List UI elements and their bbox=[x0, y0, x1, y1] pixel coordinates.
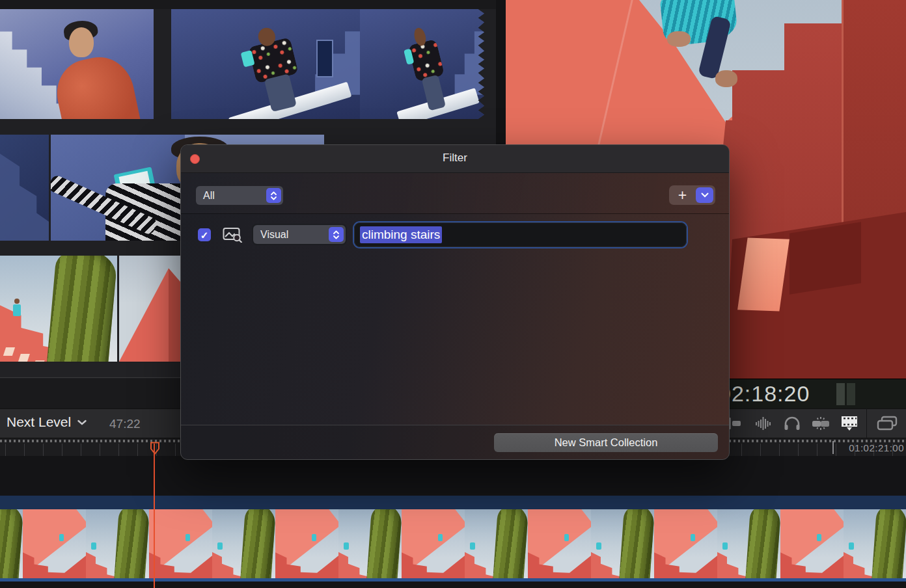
filter-criterion-row: ✓ Visual climbing stairs bbox=[181, 215, 729, 256]
filmstrip-frame-cactus bbox=[338, 509, 402, 578]
clip-thumbnail-dark-stairs[interactable] bbox=[0, 135, 49, 241]
filmstrip-frame-stairs bbox=[275, 509, 338, 578]
clip-thumbnail-orange-jacket[interactable] bbox=[0, 9, 154, 119]
ruler-major-tick bbox=[832, 441, 834, 454]
filter-dialog-titlebar: Filter bbox=[181, 145, 729, 173]
selected-text: climbing stairs bbox=[360, 226, 442, 243]
scope-popup[interactable]: All bbox=[196, 186, 283, 205]
crossfade-icon[interactable] bbox=[806, 409, 835, 438]
clip-thumbnail-blue-room-cropped[interactable] bbox=[360, 9, 484, 119]
filmstrip-icon[interactable] bbox=[835, 409, 864, 438]
viewer-timecode[interactable]: 02:18:20 bbox=[719, 381, 810, 407]
timeline-clip[interactable] bbox=[0, 496, 906, 583]
timeline-view-options bbox=[721, 409, 906, 438]
chevron-down-icon bbox=[77, 420, 87, 425]
stairs-shape bbox=[0, 135, 49, 241]
filmstrip-frame-cactus bbox=[717, 509, 780, 578]
up-down-chevrons-icon bbox=[266, 188, 281, 203]
toolbar-divider bbox=[866, 408, 867, 438]
dialog-title: Filter bbox=[181, 152, 729, 165]
solo-headphones-icon[interactable] bbox=[778, 409, 806, 438]
scene bbox=[360, 9, 484, 119]
add-criterion-menu-button[interactable] bbox=[696, 187, 713, 203]
project-name: Next Level bbox=[7, 414, 71, 430]
audio-waveform-icon[interactable] bbox=[749, 409, 778, 438]
index-icon[interactable] bbox=[870, 409, 906, 438]
criterion-type-popup[interactable]: Visual bbox=[253, 225, 346, 244]
scope-popup-value: All bbox=[203, 190, 215, 202]
up-down-chevrons-icon bbox=[329, 227, 344, 242]
filmstrip-frame-stairs bbox=[23, 509, 86, 578]
person-shape bbox=[715, 70, 737, 87]
filmstrip-frame-stairs bbox=[654, 509, 717, 578]
chevron-down-icon bbox=[701, 193, 709, 198]
clip-header bbox=[0, 496, 906, 509]
new-smart-collection-button[interactable]: New Smart Collection bbox=[494, 433, 718, 452]
filmstrip-frame-cactus bbox=[591, 509, 654, 578]
cactus-shape bbox=[46, 256, 117, 362]
browser-top-strip bbox=[0, 0, 496, 9]
ruler-timecode: 01:02:21:00 bbox=[849, 442, 904, 453]
scene bbox=[171, 9, 360, 119]
add-criterion-button[interactable]: + bbox=[669, 185, 696, 205]
audio-meter bbox=[836, 383, 845, 405]
filmstrip-frame-cactus bbox=[86, 509, 149, 578]
criterion-checkbox[interactable]: ✓ bbox=[198, 228, 211, 241]
timeline-clip-filmstrip bbox=[0, 509, 906, 578]
filmstrip-frame-stairs bbox=[149, 509, 212, 578]
filmstrip-frame-stairs bbox=[780, 509, 844, 578]
wall-shadow-shape bbox=[789, 222, 861, 294]
filmstrip-frame-cactus bbox=[465, 509, 528, 578]
playhead-line[interactable] bbox=[154, 444, 155, 588]
clip-thumbnail-blue-room[interactable] bbox=[171, 9, 360, 119]
person-shape bbox=[667, 31, 691, 47]
filmstrip-frame-stairs bbox=[528, 509, 591, 578]
person-shape bbox=[13, 304, 21, 316]
photo-search-icon bbox=[223, 227, 242, 243]
filter-dialog-toolbar: All + bbox=[181, 173, 729, 214]
clip-footer bbox=[0, 578, 906, 581]
filmstrip-frame-cactus bbox=[844, 509, 906, 578]
final-cut-pro-window: 02:18:20 Next Level 47:22 bbox=[0, 0, 906, 588]
audio-meter bbox=[847, 383, 855, 405]
timeline-body bbox=[0, 456, 906, 588]
project-popup[interactable]: Next Level bbox=[7, 414, 87, 430]
add-criterion-group: + bbox=[669, 185, 715, 205]
filter-dialog-footer: New Smart Collection bbox=[181, 425, 729, 460]
criterion-type-value: Visual bbox=[260, 229, 288, 241]
person-shape bbox=[51, 51, 143, 119]
filmstrip-frame-cactus bbox=[0, 509, 23, 578]
filter-dialog: Filter All + ✓ bbox=[180, 144, 730, 460]
filmstrip-frame-stairs bbox=[402, 509, 465, 578]
person-shape bbox=[69, 27, 94, 57]
timeline-duration: 47:22 bbox=[109, 417, 141, 431]
playhead-marker[interactable] bbox=[150, 442, 160, 455]
search-term-input[interactable]: climbing stairs bbox=[354, 222, 687, 247]
filmstrip-frame-cactus bbox=[212, 509, 275, 578]
clip-thumbnail-cactus[interactable] bbox=[0, 256, 117, 362]
